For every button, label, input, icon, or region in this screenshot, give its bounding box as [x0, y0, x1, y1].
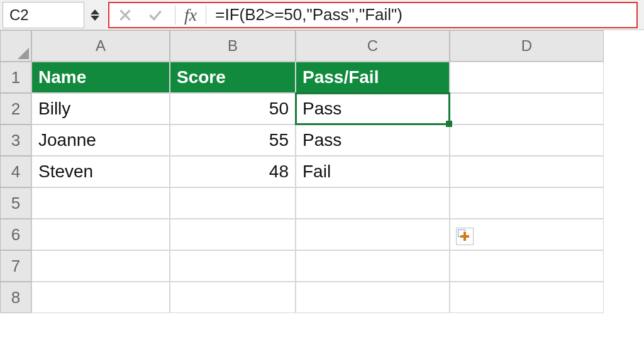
cell-B2[interactable]: 50: [170, 93, 296, 124]
cell-C6[interactable]: [296, 219, 450, 250]
cell-A3[interactable]: Joanne: [31, 124, 170, 156]
cell-D7[interactable]: [450, 250, 604, 282]
row-header-2[interactable]: 2: [0, 93, 31, 124]
cell-D4[interactable]: [450, 156, 604, 187]
cell-D2[interactable]: [450, 93, 604, 124]
cell-C5[interactable]: [296, 187, 450, 219]
cell-D1[interactable]: [450, 62, 604, 93]
cell-B5[interactable]: [170, 187, 296, 219]
cell-A1[interactable]: Name: [31, 62, 170, 93]
formula-bar: C2 fx =IF(B2>=50,"Pass","Fail"): [0, 0, 644, 30]
cell-C4[interactable]: Fail: [296, 156, 450, 187]
cell-C2[interactable]: Pass: [296, 93, 450, 124]
cell-B6[interactable]: [170, 219, 296, 250]
row-header-3[interactable]: 3: [0, 124, 31, 156]
cell-A7[interactable]: [31, 250, 170, 282]
spreadsheet-grid[interactable]: A B C D 1 Name Score Pass/Fail 2 Billy 5…: [0, 30, 644, 313]
cell-D3[interactable]: [450, 124, 604, 156]
cell-A6[interactable]: [31, 219, 170, 250]
row-header-6[interactable]: 6: [0, 219, 31, 250]
row-header-7[interactable]: 7: [0, 250, 31, 282]
cell-C8[interactable]: [296, 282, 450, 313]
cell-C3[interactable]: Pass: [296, 124, 450, 156]
name-box-value: C2: [9, 6, 29, 24]
cell-A8[interactable]: [31, 282, 170, 313]
cell-D5[interactable]: [450, 187, 604, 219]
cell-B8[interactable]: [170, 282, 296, 313]
col-header-C[interactable]: C: [296, 30, 450, 62]
formula-text[interactable]: =IF(B2>=50,"Pass","Fail"): [215, 5, 402, 25]
cell-B7[interactable]: [170, 250, 296, 282]
select-all-corner[interactable]: [0, 30, 31, 62]
confirm-icon[interactable]: [145, 4, 166, 26]
cancel-icon[interactable]: [114, 4, 136, 26]
cell-B3[interactable]: 55: [170, 124, 296, 156]
col-header-D[interactable]: D: [450, 30, 604, 62]
cell-B1[interactable]: Score: [170, 62, 296, 93]
row-header-5[interactable]: 5: [0, 187, 31, 219]
divider: [175, 6, 175, 25]
name-box-stepper[interactable]: [84, 2, 106, 28]
cell-D8[interactable]: [450, 282, 604, 313]
formula-input-area[interactable]: fx =IF(B2>=50,"Pass","Fail"): [108, 2, 638, 28]
divider: [206, 6, 206, 25]
cell-C1[interactable]: Pass/Fail: [296, 62, 450, 93]
chevron-up-icon: [91, 9, 99, 14]
cell-A4[interactable]: Steven: [31, 156, 170, 187]
row-header-8[interactable]: 8: [0, 282, 31, 313]
name-box[interactable]: C2: [3, 2, 84, 28]
row-header-1[interactable]: 1: [0, 62, 31, 93]
chevron-down-icon: [91, 16, 99, 21]
cell-C7[interactable]: [296, 250, 450, 282]
cell-A2[interactable]: Billy: [31, 93, 170, 124]
cell-A5[interactable]: [31, 187, 170, 219]
fx-icon[interactable]: fx: [184, 5, 197, 25]
cell-B4[interactable]: 48: [170, 156, 296, 187]
row-header-4[interactable]: 4: [0, 156, 31, 187]
plus-icon: [460, 232, 469, 241]
col-header-B[interactable]: B: [170, 30, 296, 62]
autofill-options-button[interactable]: [456, 228, 474, 245]
col-header-A[interactable]: A: [31, 30, 170, 62]
